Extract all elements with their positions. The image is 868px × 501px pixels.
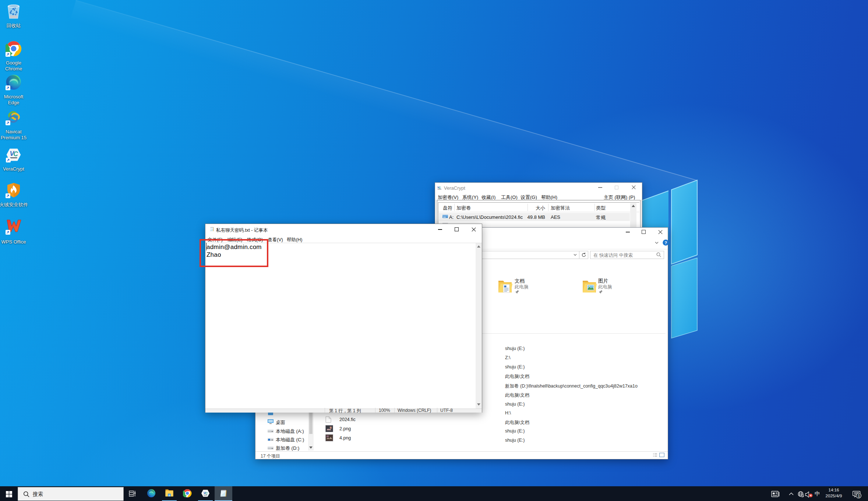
svg-text:1: 1 — [858, 494, 860, 498]
svg-text:C: C — [205, 491, 208, 495]
svg-text:?: ? — [664, 241, 667, 245]
svg-text:C: C — [439, 186, 441, 189]
svg-text:C: C — [13, 150, 18, 158]
